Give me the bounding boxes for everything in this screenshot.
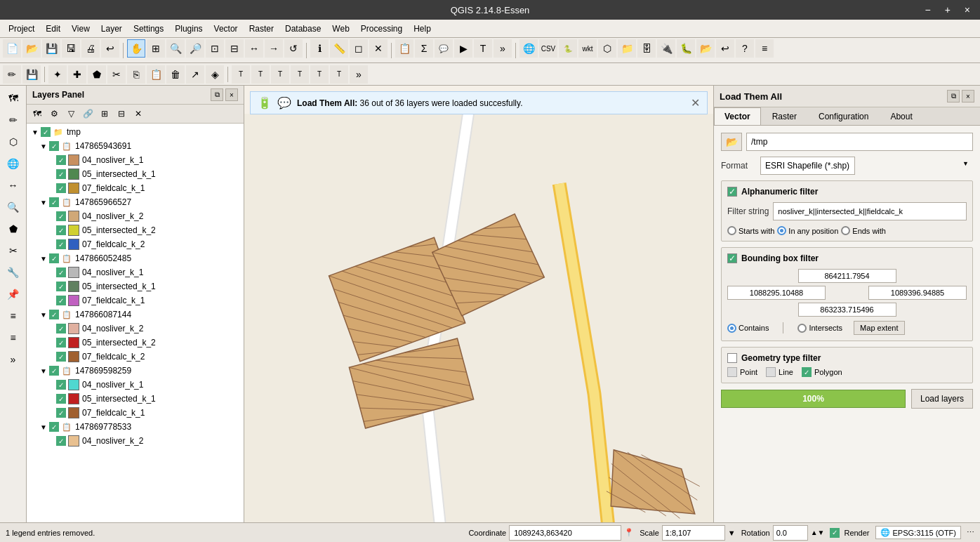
chk-05-3[interactable]: ✓ xyxy=(56,282,66,291)
digitize-point-button[interactable]: ✦ xyxy=(48,65,67,84)
tree-layer-04-2[interactable]: ✓ 04_nosliver_k_2 xyxy=(28,209,242,223)
select-button[interactable]: ◻ xyxy=(350,39,368,58)
notification-close-button[interactable]: ✕ xyxy=(691,96,700,110)
more3-button[interactable]: » xyxy=(350,65,368,84)
menu-help[interactable]: Help xyxy=(408,22,437,36)
menu-layer[interactable]: Layer xyxy=(95,22,128,36)
browse-folder-button[interactable]: 📂 xyxy=(721,133,742,151)
checkbox-g4[interactable]: ✓ xyxy=(49,310,59,319)
left-icon-9[interactable]: 🔧 xyxy=(4,263,23,282)
open-file-button[interactable]: 📁 xyxy=(618,39,636,58)
zoom-in-button[interactable]: 🔍 xyxy=(166,39,185,58)
left-icon-1[interactable]: 🗺 xyxy=(4,88,23,108)
left-icon-11[interactable]: ≡ xyxy=(4,306,23,326)
layer-settings-button[interactable]: ⚙ xyxy=(46,106,62,121)
radio-contains[interactable]: Contains xyxy=(727,324,769,333)
tree-layer-04-1[interactable]: ✓ 04_nosliver_k_1 xyxy=(28,153,242,167)
node-tool-button[interactable]: ◈ xyxy=(206,65,224,84)
tree-layer-05-2[interactable]: ✓ 05_intersected_k_2 xyxy=(28,223,242,237)
left-icon-12[interactable]: ≡ xyxy=(4,328,23,348)
chk-05-4[interactable]: ✓ xyxy=(56,338,66,348)
open-project-button[interactable]: 📂 xyxy=(22,39,41,58)
tree-root-tmp[interactable]: ▼ ✓ 📁 tmp xyxy=(28,125,242,139)
menu-web[interactable]: Web xyxy=(326,22,355,36)
chk-05-5[interactable]: ✓ xyxy=(56,394,66,404)
chk-04-4[interactable]: ✓ xyxy=(56,324,66,333)
tree-layer-04-3[interactable]: ✓ 04_nosliver_k_1 xyxy=(28,265,242,279)
alphanumeric-filter-checkbox[interactable]: ✓ xyxy=(727,187,737,197)
text-label5-button[interactable]: T xyxy=(291,65,309,84)
spatial-q-button[interactable]: ⬡ xyxy=(598,39,616,58)
text-label4-button[interactable]: T xyxy=(271,65,289,84)
chk-07-2[interactable]: ✓ xyxy=(56,239,66,249)
crs-badge[interactable]: 🌐 EPSG:3115 (OTF) xyxy=(875,526,961,539)
tree-layer-05-1[interactable]: ✓ 05_intersected_k_1 xyxy=(28,167,242,181)
bbox-bottom-input[interactable] xyxy=(798,303,896,317)
deselect-button[interactable]: ✕ xyxy=(369,39,388,58)
left-icon-5[interactable]: ↔ xyxy=(4,176,23,195)
chk-04-5[interactable]: ✓ xyxy=(56,380,66,390)
tree-layer-07-3[interactable]: ✓ 07_fieldcalc_k_1 xyxy=(28,293,242,308)
chk-04-6[interactable]: ✓ xyxy=(56,436,66,446)
csv-button[interactable]: CSV xyxy=(539,39,557,58)
cut-features-button[interactable]: ✂ xyxy=(107,65,126,84)
digitize-polygon-button[interactable]: ⬟ xyxy=(88,65,106,84)
rotation-input[interactable] xyxy=(773,525,808,541)
layer-link-button[interactable]: 🔗 xyxy=(80,106,95,121)
checkbox-root[interactable]: ✓ xyxy=(41,127,51,137)
feature-action-button[interactable]: ▶ xyxy=(454,39,472,58)
identify-button[interactable]: ℹ xyxy=(310,39,329,58)
menu-database[interactable]: Database xyxy=(279,22,326,36)
db-button[interactable]: 🗄 xyxy=(637,39,656,58)
checkbox-g5[interactable]: ✓ xyxy=(49,366,59,376)
right-panel-float-button[interactable]: ⧉ xyxy=(947,90,960,103)
layer-add-button[interactable]: 🗺 xyxy=(29,106,45,121)
pan-tool[interactable]: ✋ xyxy=(127,39,145,58)
maximize-button[interactable]: + xyxy=(941,3,955,17)
radio-intersects[interactable]: Intersects xyxy=(797,324,842,333)
path-input[interactable] xyxy=(746,133,973,151)
geom-polygon[interactable]: ✓ Polygon xyxy=(802,367,842,377)
tree-group-4[interactable]: ▼ ✓ 📋 147866087144 xyxy=(28,308,242,322)
load-layers-button[interactable]: Load layers xyxy=(911,389,973,409)
menu-plugins[interactable]: Plugins xyxy=(169,22,208,36)
debug-button[interactable]: 🐛 xyxy=(677,39,695,58)
tree-layer-05-5[interactable]: ✓ 05_intersected_k_1 xyxy=(28,392,242,406)
text-label2-button[interactable]: T xyxy=(232,65,250,84)
python-button[interactable]: 🐍 xyxy=(559,39,577,58)
geom-point[interactable]: Point xyxy=(727,367,757,377)
zoom-layer-button[interactable]: ⊡ xyxy=(206,39,224,58)
digitize-point2-button[interactable]: ✚ xyxy=(68,65,86,84)
tree-layer-07-1[interactable]: ✓ 07_fieldcalc_k_1 xyxy=(28,181,242,195)
checkbox-g6[interactable]: ✓ xyxy=(49,422,59,432)
tree-layer-07-4[interactable]: ✓ 07_fieldcalc_k_2 xyxy=(28,350,242,364)
zoom-next-button[interactable]: → xyxy=(265,39,283,58)
tree-group-5[interactable]: ▼ ✓ 📋 147869598259 xyxy=(28,364,242,378)
bbox-top-input[interactable] xyxy=(798,269,896,283)
undo-button[interactable]: ↩ xyxy=(101,39,119,58)
save-as-button[interactable]: 🖫 xyxy=(62,39,80,58)
zoom-out-button[interactable]: 🔎 xyxy=(186,39,204,58)
menu-vector[interactable]: Vector xyxy=(208,22,244,36)
save-project-button[interactable]: 💾 xyxy=(42,39,60,58)
move-feature-button[interactable]: ↗ xyxy=(186,65,204,84)
paste-features-button[interactable]: 📋 xyxy=(147,65,165,84)
layer-expand-button[interactable]: ⊞ xyxy=(97,106,112,121)
tree-layer-04-4[interactable]: ✓ 04_nosliver_k_2 xyxy=(28,322,242,336)
geom-line[interactable]: Line xyxy=(766,367,793,377)
print-button[interactable]: 🖨 xyxy=(81,39,100,58)
layer-filter-button[interactable]: ▽ xyxy=(63,106,79,121)
rotation-stepper[interactable]: ▲▼ xyxy=(811,529,825,536)
tab-about[interactable]: About xyxy=(880,107,922,125)
tree-group-6[interactable]: ▼ ✓ 📋 147869778533 xyxy=(28,420,242,434)
tree-layer-04-5[interactable]: ✓ 04_nosliver_k_1 xyxy=(28,378,242,392)
menu-view[interactable]: View xyxy=(66,22,95,36)
chk-04-1[interactable]: ✓ xyxy=(56,155,66,165)
globe-button[interactable]: 🌐 xyxy=(519,39,538,58)
tab-configuration[interactable]: Configuration xyxy=(808,107,879,125)
scale-dropdown-icon[interactable]: ▼ xyxy=(728,529,736,537)
left-icon-2[interactable]: ✏ xyxy=(4,110,23,130)
radio-starts-with[interactable]: Starts with xyxy=(727,226,774,235)
tree-group-2[interactable]: ▼ ✓ 📋 147865966527 xyxy=(28,195,242,209)
layer-remove-button[interactable]: ✕ xyxy=(131,106,146,121)
